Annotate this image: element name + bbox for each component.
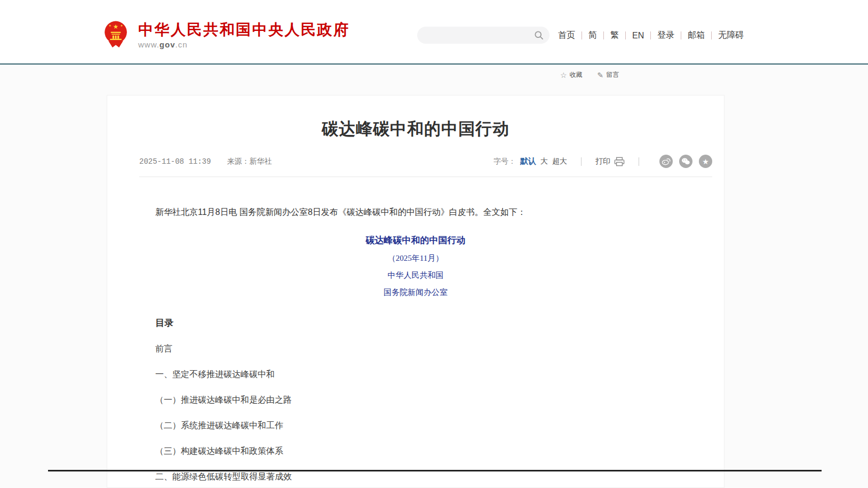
nav-item-simplified[interactable]: 简 bbox=[588, 30, 597, 41]
article-intro-paragraph: 新华社北京11月8日电 国务院新闻办公室8日发布《碳达峰碳中和的中国行动》白皮书… bbox=[155, 206, 676, 219]
document-date: （2025年11月） bbox=[107, 253, 724, 263]
toc-item-preface: 前言 bbox=[155, 343, 676, 355]
nav-separator bbox=[625, 31, 626, 39]
print-button[interactable]: 打印 bbox=[595, 157, 625, 166]
print-label: 打印 bbox=[595, 157, 610, 166]
site-url-cn: .cn bbox=[176, 40, 188, 49]
pencil-icon: ✎ bbox=[598, 71, 604, 79]
toc-heading: 目录 bbox=[155, 317, 676, 329]
wechat-share-icon[interactable] bbox=[679, 155, 692, 168]
nav-item-accessibility[interactable]: 无障碍 bbox=[718, 30, 744, 41]
svg-text:★: ★ bbox=[109, 24, 112, 27]
site-logo-link[interactable]: ★ ★ ★ 中华人民共和国中央人民政府 www.gov.cn bbox=[102, 20, 350, 49]
nav-item-traditional[interactable]: 繁 bbox=[610, 30, 619, 41]
document-title: 碳达峰碳中和的中国行动 bbox=[107, 234, 724, 246]
bottom-divider-line bbox=[48, 470, 822, 471]
font-size-label: 字号： bbox=[493, 157, 516, 166]
nav-separator bbox=[603, 31, 604, 39]
search-box[interactable] bbox=[417, 27, 550, 44]
publish-date: 2025-11-08 11:39 bbox=[139, 157, 211, 166]
svg-text:★: ★ bbox=[113, 23, 118, 30]
message-button[interactable]: ✎ 留言 bbox=[598, 70, 619, 79]
article-meta-left: 2025-11-08 11:39 来源： 新华社 bbox=[139, 157, 272, 166]
site-header: ★ ★ ★ 中华人民共和国中央人民政府 www.gov.cn bbox=[0, 0, 868, 65]
nav-item-english[interactable]: EN bbox=[632, 31, 644, 41]
favorite-label: 收藏 bbox=[570, 70, 583, 79]
nav-separator bbox=[582, 31, 582, 39]
star-outline-icon: ☆ bbox=[560, 71, 567, 79]
brand-text: 中华人民共和国中央人民政府 www.gov.cn bbox=[138, 20, 350, 49]
page-tools: ☆ 收藏 ✎ 留言 bbox=[560, 70, 619, 79]
font-size-default-button[interactable]: 默认 bbox=[520, 156, 536, 166]
nav-separator bbox=[681, 31, 681, 39]
nav-separator bbox=[650, 31, 651, 39]
search-icon[interactable] bbox=[533, 30, 544, 41]
font-size-xlarge-button[interactable]: 超大 bbox=[552, 157, 567, 166]
search-input[interactable] bbox=[425, 27, 526, 44]
article-meta-right: 字号： 默认 大 超大 打印 bbox=[493, 155, 712, 168]
article-meta-bar: 2025-11-08 11:39 来源： 新华社 字号： 默认 大 超大 打印 bbox=[139, 155, 712, 177]
article-title: 碳达峰碳中和的中国行动 bbox=[107, 118, 724, 140]
page-body: ☆ 收藏 ✎ 留言 碳达峰碳中和的中国行动 2025-11-08 11:39 来… bbox=[0, 65, 868, 488]
weibo-share-icon[interactable] bbox=[659, 155, 673, 168]
header-nav: 首页 简 繁 EN 登录 邮箱 无障碍 bbox=[558, 30, 744, 41]
nav-separator bbox=[711, 31, 712, 39]
nav-item-mail[interactable]: 邮箱 bbox=[688, 30, 705, 41]
document-org-line1: 中华人民共和国 bbox=[107, 270, 724, 281]
nav-item-home[interactable]: 首页 bbox=[558, 30, 575, 41]
article-card: 碳达峰碳中和的中国行动 2025-11-08 11:39 来源： 新华社 字号：… bbox=[107, 95, 724, 488]
printer-icon bbox=[614, 157, 625, 166]
favorite-button[interactable]: ☆ 收藏 bbox=[560, 70, 583, 79]
meta-separator bbox=[639, 157, 639, 166]
site-title: 中华人民共和国中央人民政府 bbox=[138, 21, 350, 38]
star-glyph: ★ bbox=[702, 158, 709, 165]
source-label: 来源： bbox=[227, 157, 249, 166]
more-share-star-icon[interactable]: ★ bbox=[699, 155, 712, 168]
font-size-large-button[interactable]: 大 bbox=[540, 157, 548, 166]
toc-item-1: 一、坚定不移推进碳达峰碳中和 bbox=[155, 369, 676, 380]
meta-separator bbox=[581, 157, 582, 166]
document-org-line2: 国务院新闻办公室 bbox=[107, 287, 724, 298]
toc-item-1-1: （一）推进碳达峰碳中和是必由之路 bbox=[155, 395, 676, 406]
toc-item-1-2: （二）系统推进碳达峰碳中和工作 bbox=[155, 420, 676, 431]
source-value: 新华社 bbox=[249, 157, 272, 166]
site-url-www: www. bbox=[138, 40, 160, 49]
site-url[interactable]: www.gov.cn bbox=[138, 40, 350, 49]
toc-item-2: 二、能源绿色低碳转型取得显著成效 bbox=[155, 471, 676, 483]
message-label: 留言 bbox=[606, 70, 619, 79]
page: ★ ★ ★ 中华人民共和国中央人民政府 www.gov.cn bbox=[0, 0, 868, 488]
toc-item-1-3: （三）构建碳达峰碳中和政策体系 bbox=[155, 446, 676, 457]
svg-text:★: ★ bbox=[120, 24, 123, 27]
site-url-gov: gov bbox=[160, 40, 176, 49]
national-emblem-icon: ★ ★ ★ bbox=[102, 20, 129, 49]
nav-item-login[interactable]: 登录 bbox=[657, 30, 674, 41]
